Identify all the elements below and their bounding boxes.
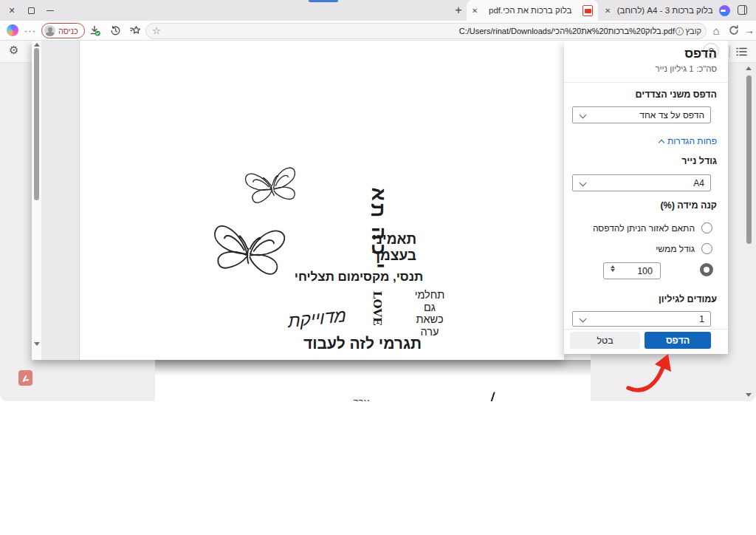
fewer-settings-link[interactable]: פחות הגדרות	[659, 136, 717, 146]
avatar	[44, 25, 55, 36]
print-button[interactable]: הדפס	[645, 332, 711, 349]
preview-scrollbar[interactable]	[32, 41, 41, 360]
signin-label: כניסה	[58, 27, 78, 35]
duplex-value: הדפס על צד אחד	[639, 110, 704, 120]
print-preview-pane: אתהכי תאמיני בעצמך תנסי, מקסימום תצליחי …	[32, 41, 564, 360]
copilot-icon	[7, 24, 18, 36]
refresh-button[interactable]	[727, 24, 740, 37]
chevron-down-icon	[580, 316, 587, 323]
scale-percent-value: 100	[637, 266, 653, 276]
preview-sheet: אתהכי תאמיני בעצמך תנסי, מקסימום תצליחי …	[79, 41, 564, 360]
poster-try-line: תנסי, מקסימום תצליחי	[285, 270, 433, 284]
preview-scrollbar-thumb[interactable]	[34, 48, 39, 200]
chevron-down-icon	[580, 112, 587, 119]
downloads-button[interactable]	[88, 24, 101, 37]
tab-close-icon[interactable]: ✕	[599, 7, 616, 15]
divider	[564, 329, 728, 330]
poster-dream-word: גם	[403, 301, 456, 314]
duplex-select[interactable]: הדפס על צד אחד	[572, 106, 711, 123]
tab-bar: ✕ + בלוק ברכות את הכי.pdf ✕ בלוק ברכות 3…	[0, 0, 756, 21]
acrobat-icon[interactable]	[18, 370, 32, 386]
scale-actual-label: גודל ממשי	[656, 244, 695, 254]
new-tab-button[interactable]: +	[450, 2, 467, 18]
file-chip-label: קובץ	[686, 27, 701, 35]
tab-pdf-file[interactable]: בלוק ברכות את הכי.pdf ✕	[467, 0, 598, 21]
copilot-button[interactable]	[6, 24, 19, 37]
scale-custom-radio[interactable]	[700, 263, 713, 276]
scroll-down-arrow[interactable]	[746, 393, 752, 397]
duplex-label: הדפס משני הצדדים	[636, 89, 718, 100]
pages-per-sheet-label: עמודים לגיליון	[659, 294, 717, 304]
divider	[564, 82, 728, 83]
poster-believe-line1: תאמיני	[360, 231, 428, 248]
site-info-chip[interactable]: i קובץ	[676, 27, 701, 35]
table-of-contents-icon[interactable]	[735, 46, 748, 58]
forward-button[interactable]: →	[743, 24, 756, 37]
poster-dream-word: כשאת	[403, 313, 456, 326]
bookmark-star-icon[interactable]: ☆	[152, 25, 161, 36]
refresh-icon	[728, 24, 740, 36]
profile-signin-button[interactable]: כניסה	[41, 23, 85, 38]
tab-title: בלוק ברכות את הכי.pdf	[483, 6, 577, 15]
poster-dream-stack: תחלמי גם כשאת ערה	[403, 289, 456, 338]
pdf-file-icon	[583, 5, 593, 16]
address-bar[interactable]: ☆ C:/Users/rinat/Downloads/בלוק%20ברכות%…	[145, 23, 707, 39]
scale-label: קנה מידה (%)	[660, 200, 717, 211]
preview-scroll-down-arrow[interactable]	[34, 342, 40, 346]
tab-actions-menu-button[interactable]	[738, 5, 747, 15]
browser-toolbar: ··· כניסה ☆ C:/Users/r	[0, 21, 756, 40]
printer-site-icon	[719, 5, 730, 16]
scale-fit-radio[interactable]	[701, 222, 712, 234]
scroll-up-arrow[interactable]	[746, 67, 752, 70]
minimize-icon	[47, 10, 54, 11]
poster-believe-line2: בעצמך	[360, 248, 428, 264]
window-restore-button[interactable]	[25, 4, 37, 16]
print-panel: ? הדפס סה"כ: 1 גיליון נייר הדפס משני הצד…	[564, 41, 728, 354]
poster-make-it-work-line: תגרמי לזה לעבוד	[278, 335, 447, 352]
poster-cursive-word: מדוייקת	[288, 305, 346, 332]
poster-believe-lines: תאמיני בעצמך	[360, 231, 428, 264]
print-summary: סה"כ: 1 גיליון נייר	[655, 64, 717, 73]
chevron-down-icon	[580, 180, 587, 187]
download-icon	[89, 24, 101, 37]
modal-drop-shadow	[155, 360, 591, 376]
accent-line	[309, 0, 338, 2]
restore-icon	[28, 7, 35, 14]
tab-title: בלוק ברכות 3 - A4 (לרוחב)	[616, 6, 714, 15]
gear-icon[interactable]: ⚙	[9, 44, 18, 57]
tab-print-site[interactable]: בלוק ברכות 3 - A4 (לרוחב) ✕	[599, 0, 735, 21]
home-button[interactable]: ⌂	[709, 24, 723, 37]
paper-size-value: A4	[693, 178, 704, 188]
url-text: C:/Users/rinat/Downloads/בלוק%20ברכות%20…	[459, 27, 675, 35]
cancel-button[interactable]: בטל	[570, 332, 640, 349]
stepper-arrows-icon[interactable]	[611, 265, 615, 272]
browser-window: ✕ + בלוק ברכות את הכי.pdf ✕ בלוק ברכות 3…	[0, 0, 756, 535]
fewer-settings-label: פחות הגדרות	[667, 136, 717, 146]
pages-per-sheet-value: 1	[699, 314, 704, 324]
window-minimize-button[interactable]	[44, 4, 56, 16]
favorites-button[interactable]	[128, 24, 142, 37]
scrollbar-thumb[interactable]	[746, 75, 752, 244]
print-panel-title: הדפס	[684, 47, 717, 61]
poster-dream-word: תחלמי	[403, 289, 456, 301]
pages-per-sheet-select[interactable]: 1	[572, 311, 711, 327]
history-button[interactable]	[109, 24, 122, 37]
page-scrollbar[interactable]	[745, 65, 754, 401]
background-line-art-stroke	[488, 392, 495, 401]
tab-close-icon[interactable]: ✕	[467, 7, 483, 15]
poster-love-vertical: LOVE	[369, 290, 385, 326]
paper-size-select[interactable]: A4	[572, 174, 711, 191]
scale-percent-input[interactable]: 100	[603, 262, 661, 279]
scale-actual-radio[interactable]	[701, 243, 712, 254]
settings-menu-button[interactable]: ···	[24, 24, 37, 37]
preview-scroll-up-arrow[interactable]	[34, 43, 40, 47]
info-icon: i	[676, 27, 684, 35]
butterfly-small-illustration	[236, 157, 308, 217]
pdf-viewer-area: ⚙ ערה תגרמי לזה לעבוד	[0, 40, 756, 401]
paper-size-label: גודל נייר	[681, 156, 717, 166]
toolbar-divider	[729, 46, 730, 58]
butterfly-large-illustration	[200, 211, 296, 292]
window-close-button[interactable]: ✕	[6, 4, 18, 16]
history-icon	[109, 24, 122, 37]
chevron-up-icon	[659, 139, 664, 145]
